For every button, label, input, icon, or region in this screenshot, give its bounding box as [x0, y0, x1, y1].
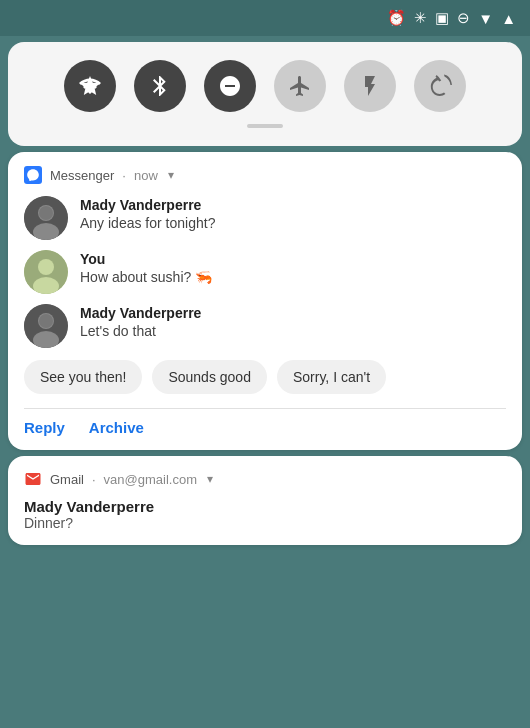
message-content-3: Mady Vanderperre Let's do that: [80, 304, 201, 342]
gmail-expand-icon[interactable]: ▾: [207, 472, 213, 486]
svg-point-5: [38, 259, 54, 275]
gmail-header: Gmail · van@gmail.com ▾: [24, 470, 506, 488]
gmail-app-icon: [24, 470, 42, 488]
message-text-2: How about sushi? 🦐: [80, 268, 212, 288]
airplane-tile[interactable]: [274, 60, 326, 112]
notif-expand-icon[interactable]: ▾: [168, 168, 174, 182]
messenger-notification: Messenger · now ▾ Mady Vanderperre Any i…: [8, 152, 522, 450]
gmail-notification: Gmail · van@gmail.com ▾ Mady Vanderperre…: [8, 456, 522, 545]
message-sender-2: You: [80, 250, 212, 268]
quick-reply-sounds-good[interactable]: Sounds good: [152, 360, 267, 394]
cast-icon: ▣: [435, 9, 449, 27]
message-text-3: Let's do that: [80, 322, 201, 342]
alarm-icon: ⏰: [387, 9, 406, 27]
bluetooth-icon: ✳: [414, 9, 427, 27]
message-row-3: Mady Vanderperre Let's do that: [24, 304, 506, 348]
svg-point-3: [39, 206, 53, 220]
notif-time: ·: [122, 168, 126, 183]
avatar-mady-2: [24, 304, 68, 348]
gmail-subject: Dinner?: [24, 515, 506, 531]
dnd-icon: ⊖: [457, 9, 470, 27]
gmail-sender: Mady Vanderperre: [24, 498, 506, 515]
message-content-2: You How about sushi? 🦐: [80, 250, 212, 288]
dnd-tile[interactable]: [204, 60, 256, 112]
gmail-dot: ·: [92, 472, 96, 487]
bluetooth-tile[interactable]: [134, 60, 186, 112]
quick-settings-panel: [8, 42, 522, 146]
signal-icon: ▲: [501, 10, 516, 27]
status-bar: ⏰ ✳ ▣ ⊖ ▼ ▲: [0, 0, 530, 36]
notifications-list: Messenger · now ▾ Mady Vanderperre Any i…: [8, 152, 522, 545]
reply-button[interactable]: Reply: [24, 419, 65, 436]
message-content-1: Mady Vanderperre Any ideas for tonight?: [80, 196, 215, 234]
message-row-1: Mady Vanderperre Any ideas for tonight?: [24, 196, 506, 240]
notif-time-value: now: [134, 168, 158, 183]
quick-reply-see-you[interactable]: See you then!: [24, 360, 142, 394]
archive-button[interactable]: Archive: [89, 419, 144, 436]
quick-replies: See you then! Sounds good Sorry, I can't: [24, 360, 506, 394]
gmail-app-name: Gmail: [50, 472, 84, 487]
notif-divider: [24, 408, 506, 409]
quick-reply-sorry[interactable]: Sorry, I can't: [277, 360, 386, 394]
rotate-tile[interactable]: [414, 60, 466, 112]
messenger-app-name: Messenger: [50, 168, 114, 183]
message-sender-1: Mady Vanderperre: [80, 196, 215, 214]
flashlight-tile[interactable]: [344, 60, 396, 112]
avatar-mady-1: [24, 196, 68, 240]
message-sender-3: Mady Vanderperre: [80, 304, 201, 322]
quick-tiles-row: [32, 60, 498, 112]
gmail-account: van@gmail.com: [104, 472, 197, 487]
message-text-1: Any ideas for tonight?: [80, 214, 215, 234]
svg-point-10: [39, 314, 53, 328]
wifi-icon: ▼: [478, 10, 493, 27]
messenger-notif-header: Messenger · now ▾: [24, 166, 506, 184]
notif-actions: Reply Archive: [24, 419, 506, 436]
message-row-2: You How about sushi? 🦐: [24, 250, 506, 294]
drag-handle[interactable]: [247, 124, 283, 128]
messenger-app-icon: [24, 166, 42, 184]
wifi-tile[interactable]: [64, 60, 116, 112]
avatar-you: [24, 250, 68, 294]
